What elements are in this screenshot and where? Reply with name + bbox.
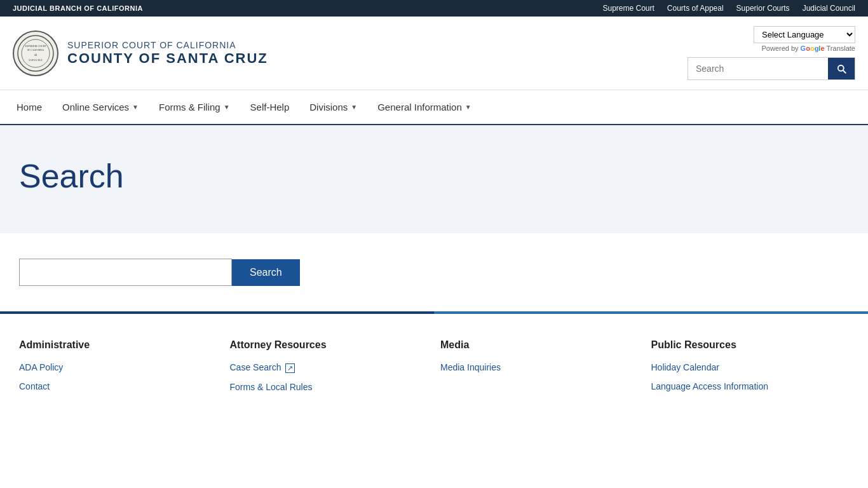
- page-title-section: Search: [0, 125, 868, 233]
- svg-text:OF CALIFORNIA: OF CALIFORNIA: [27, 49, 44, 51]
- logo-area: SUPERIOR COURT OF CALIFORNIA ⚖ SANTA CRU…: [13, 30, 268, 76]
- chevron-down-icon: ▼: [224, 104, 230, 111]
- footer-col-attorney-heading: Attorney Resources: [230, 339, 428, 351]
- nav-general-information[interactable]: General Information ▼: [367, 90, 481, 124]
- main-nav: Home Online Services ▼ Forms & Filing ▼ …: [0, 90, 868, 125]
- main-search-input[interactable]: [19, 259, 232, 286]
- nav-self-help[interactable]: Self-Help: [240, 90, 300, 124]
- google-logo: Google: [801, 44, 825, 52]
- media-inquiries-link[interactable]: Media Inquiries: [440, 362, 639, 372]
- footer-col-public: Public Resources Holiday Calendar Langua…: [651, 339, 850, 401]
- nav-list: Home Online Services ▼ Forms & Filing ▼ …: [0, 90, 868, 124]
- chevron-down-icon: ▼: [465, 104, 471, 111]
- holiday-calendar-link[interactable]: Holiday Calendar: [651, 362, 850, 372]
- footer-grid: Administrative ADA Policy Contact Attorn…: [19, 339, 849, 401]
- language-select[interactable]: Select Language: [754, 26, 855, 43]
- nav-online-services[interactable]: Online Services ▼: [52, 90, 149, 124]
- branch-label: JUDICIAL BRANCH OF CALIFORNIA: [13, 4, 143, 12]
- nav-item-home: Home: [6, 90, 52, 124]
- search-section: Search: [0, 233, 868, 311]
- supreme-court-link[interactable]: Supreme Court: [602, 4, 654, 13]
- court-seal: SUPERIOR COURT OF CALIFORNIA ⚖ SANTA CRU…: [13, 30, 58, 76]
- site-header: SUPERIOR COURT OF CALIFORNIA ⚖ SANTA CRU…: [0, 17, 868, 90]
- header-search-button[interactable]: [828, 58, 855, 79]
- contact-link[interactable]: Contact: [19, 381, 217, 391]
- footer-col-administrative: Administrative ADA Policy Contact: [19, 339, 217, 401]
- page-title: Search: [19, 157, 849, 195]
- svg-text:SUPERIOR COURT: SUPERIOR COURT: [25, 44, 46, 48]
- chevron-down-icon: ▼: [132, 104, 139, 111]
- main-search-form: Search: [19, 259, 849, 286]
- forms-local-rules-link[interactable]: Forms & Local Rules: [230, 382, 428, 392]
- header-search-box: [688, 57, 855, 80]
- svg-text:SANTA CRUZ: SANTA CRUZ: [29, 59, 42, 62]
- footer-col-media: Media Media Inquiries: [440, 339, 639, 401]
- court-name-line2: COUNTY OF SANTA CRUZ: [67, 50, 268, 67]
- top-bar-links: Supreme Court Courts of Appeal Superior …: [602, 4, 855, 13]
- court-name: SUPERIOR COURT OF CALIFORNIA COUNTY OF S…: [67, 40, 268, 67]
- nav-divisions[interactable]: Divisions ▼: [299, 90, 367, 124]
- external-link-icon: ↗: [285, 363, 295, 373]
- nav-home[interactable]: Home: [6, 90, 52, 124]
- top-bar: JUDICIAL BRANCH OF CALIFORNIA Supreme Co…: [0, 0, 868, 17]
- header-utilities: Select Language Powered by Google Transl…: [688, 26, 855, 80]
- svg-text:⚖: ⚖: [34, 53, 37, 57]
- footer-col-media-heading: Media: [440, 339, 639, 351]
- footer-col-administrative-heading: Administrative: [19, 339, 217, 351]
- judicial-council-link[interactable]: Judicial Council: [803, 4, 855, 13]
- footer-col-public-heading: Public Resources: [651, 339, 850, 351]
- superior-courts-link[interactable]: Superior Courts: [736, 4, 790, 13]
- chevron-down-icon: ▼: [351, 104, 357, 111]
- nav-item-online-services: Online Services ▼: [52, 90, 149, 124]
- header-search-input[interactable]: [688, 58, 828, 79]
- court-name-line1: SUPERIOR COURT OF CALIFORNIA: [67, 40, 268, 50]
- courts-of-appeal-link[interactable]: Courts of Appeal: [667, 4, 724, 13]
- translate-widget: Select Language Powered by Google Transl…: [754, 26, 855, 52]
- nav-item-general-information: General Information ▼: [367, 90, 481, 124]
- powered-by: Powered by Google Translate: [762, 44, 856, 52]
- footer-col-attorney: Attorney Resources Case Search ↗ Forms &…: [230, 339, 428, 401]
- main-search-button[interactable]: Search: [232, 259, 300, 286]
- language-access-link[interactable]: Language Access Information: [651, 381, 850, 391]
- nav-item-forms-filing: Forms & Filing ▼: [149, 90, 240, 124]
- nav-item-divisions: Divisions ▼: [299, 90, 367, 124]
- ada-policy-link[interactable]: ADA Policy: [19, 362, 217, 372]
- nav-forms-filing[interactable]: Forms & Filing ▼: [149, 90, 240, 124]
- nav-item-self-help: Self-Help: [240, 90, 300, 124]
- site-footer: Administrative ADA Policy Contact Attorn…: [0, 314, 868, 420]
- case-search-link[interactable]: Case Search ↗: [230, 362, 428, 373]
- powered-by-text: Powered by: [762, 44, 799, 52]
- translate-text: Translate: [827, 44, 855, 52]
